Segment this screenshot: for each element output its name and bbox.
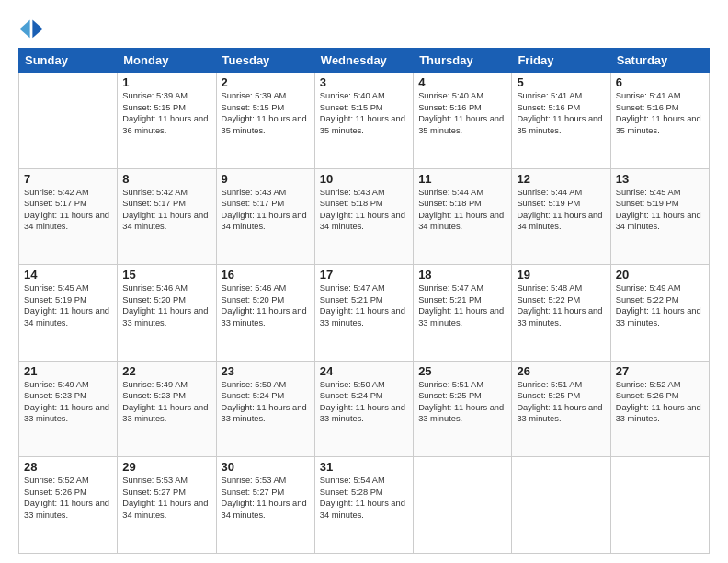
cell-info: Sunrise: 5:44 AMSunset: 5:19 PMDaylight:… xyxy=(517,187,605,233)
cell-info: Sunrise: 5:47 AMSunset: 5:21 PMDaylight:… xyxy=(320,282,408,328)
cell-info: Sunrise: 5:43 AMSunset: 5:17 PMDaylight:… xyxy=(222,187,310,233)
day-number: 24 xyxy=(320,364,408,378)
col-header-wednesday: Wednesday xyxy=(314,49,413,73)
day-number: 28 xyxy=(24,460,112,474)
calendar-cell: 5Sunrise: 5:41 AMSunset: 5:16 PMDaylight… xyxy=(512,73,610,169)
calendar-cell: 17Sunrise: 5:47 AMSunset: 5:21 PMDayligh… xyxy=(314,265,413,362)
cell-info: Sunrise: 5:53 AMSunset: 5:27 PMDaylight:… xyxy=(122,475,210,521)
week-row-5: 28Sunrise: 5:52 AMSunset: 5:26 PMDayligh… xyxy=(19,457,710,554)
day-number: 25 xyxy=(418,364,506,378)
day-number: 29 xyxy=(122,460,210,474)
cell-info: Sunrise: 5:40 AMSunset: 5:16 PMDaylight:… xyxy=(418,90,506,136)
calendar-cell: 15Sunrise: 5:46 AMSunset: 5:20 PMDayligh… xyxy=(118,265,216,362)
calendar-cell xyxy=(414,457,512,554)
calendar-header-row: SundayMondayTuesdayWednesdayThursdayFrid… xyxy=(19,49,710,73)
week-row-1: 1Sunrise: 5:39 AMSunset: 5:15 PMDaylight… xyxy=(19,73,710,169)
col-header-sunday: Sunday xyxy=(19,49,118,73)
day-number: 10 xyxy=(320,172,408,186)
week-row-2: 7Sunrise: 5:42 AMSunset: 5:17 PMDaylight… xyxy=(19,168,710,265)
calendar-cell: 10Sunrise: 5:43 AMSunset: 5:18 PMDayligh… xyxy=(314,168,413,265)
col-header-monday: Monday xyxy=(118,49,216,73)
day-number: 14 xyxy=(24,268,112,282)
general-blue-logo-icon xyxy=(18,15,44,40)
cell-info: Sunrise: 5:51 AMSunset: 5:25 PMDaylight:… xyxy=(517,379,605,425)
cell-info: Sunrise: 5:51 AMSunset: 5:25 PMDaylight:… xyxy=(418,379,506,425)
cell-info: Sunrise: 5:44 AMSunset: 5:18 PMDaylight:… xyxy=(418,187,506,233)
cell-info: Sunrise: 5:46 AMSunset: 5:20 PMDaylight:… xyxy=(222,282,310,328)
cell-info: Sunrise: 5:39 AMSunset: 5:15 PMDaylight:… xyxy=(122,90,210,136)
day-number: 20 xyxy=(616,268,704,282)
calendar-table: SundayMondayTuesdayWednesdayThursdayFrid… xyxy=(18,48,710,554)
calendar-cell: 1Sunrise: 5:39 AMSunset: 5:15 PMDaylight… xyxy=(118,73,216,169)
calendar-cell: 7Sunrise: 5:42 AMSunset: 5:17 PMDaylight… xyxy=(19,168,118,265)
calendar-cell: 2Sunrise: 5:39 AMSunset: 5:15 PMDaylight… xyxy=(216,73,314,169)
day-number: 18 xyxy=(418,268,506,282)
calendar-cell: 31Sunrise: 5:54 AMSunset: 5:28 PMDayligh… xyxy=(314,457,413,554)
cell-info: Sunrise: 5:42 AMSunset: 5:17 PMDaylight:… xyxy=(122,187,210,233)
cell-info: Sunrise: 5:48 AMSunset: 5:22 PMDaylight:… xyxy=(517,282,605,328)
calendar-cell xyxy=(19,73,118,169)
cell-info: Sunrise: 5:54 AMSunset: 5:28 PMDaylight:… xyxy=(320,475,408,521)
day-number: 9 xyxy=(222,172,310,186)
col-header-thursday: Thursday xyxy=(414,49,512,73)
day-number: 4 xyxy=(418,75,506,89)
calendar-cell: 4Sunrise: 5:40 AMSunset: 5:16 PMDaylight… xyxy=(414,73,512,169)
cell-info: Sunrise: 5:41 AMSunset: 5:16 PMDaylight:… xyxy=(616,90,704,136)
day-number: 15 xyxy=(122,268,210,282)
calendar-cell: 24Sunrise: 5:50 AMSunset: 5:24 PMDayligh… xyxy=(314,361,413,457)
day-number: 26 xyxy=(517,364,605,378)
day-number: 8 xyxy=(122,172,210,186)
day-number: 2 xyxy=(222,75,310,89)
calendar-cell: 13Sunrise: 5:45 AMSunset: 5:19 PMDayligh… xyxy=(610,168,709,265)
day-number: 31 xyxy=(320,460,408,474)
day-number: 13 xyxy=(616,172,704,186)
cell-info: Sunrise: 5:50 AMSunset: 5:24 PMDaylight:… xyxy=(222,379,310,425)
calendar-cell: 14Sunrise: 5:45 AMSunset: 5:19 PMDayligh… xyxy=(19,265,118,362)
week-row-3: 14Sunrise: 5:45 AMSunset: 5:19 PMDayligh… xyxy=(19,265,710,362)
cell-info: Sunrise: 5:46 AMSunset: 5:20 PMDaylight:… xyxy=(122,282,210,328)
calendar-cell: 20Sunrise: 5:49 AMSunset: 5:22 PMDayligh… xyxy=(610,265,709,362)
calendar-cell: 30Sunrise: 5:53 AMSunset: 5:27 PMDayligh… xyxy=(216,457,314,554)
day-number: 17 xyxy=(320,268,408,282)
calendar-cell: 23Sunrise: 5:50 AMSunset: 5:24 PMDayligh… xyxy=(216,361,314,457)
cell-info: Sunrise: 5:45 AMSunset: 5:19 PMDaylight:… xyxy=(616,187,704,233)
page: SundayMondayTuesdayWednesdayThursdayFrid… xyxy=(0,0,728,563)
calendar-cell: 25Sunrise: 5:51 AMSunset: 5:25 PMDayligh… xyxy=(414,361,512,457)
day-number: 19 xyxy=(517,268,605,282)
calendar-cell: 6Sunrise: 5:41 AMSunset: 5:16 PMDaylight… xyxy=(610,73,709,169)
cell-info: Sunrise: 5:49 AMSunset: 5:23 PMDaylight:… xyxy=(122,379,210,425)
cell-info: Sunrise: 5:52 AMSunset: 5:26 PMDaylight:… xyxy=(616,379,704,425)
calendar-cell: 29Sunrise: 5:53 AMSunset: 5:27 PMDayligh… xyxy=(118,457,216,554)
day-number: 30 xyxy=(222,460,310,474)
day-number: 5 xyxy=(517,75,605,89)
calendar-cell: 28Sunrise: 5:52 AMSunset: 5:26 PMDayligh… xyxy=(19,457,118,554)
col-header-saturday: Saturday xyxy=(610,49,709,73)
day-number: 1 xyxy=(122,75,210,89)
calendar-cell: 19Sunrise: 5:48 AMSunset: 5:22 PMDayligh… xyxy=(512,265,610,362)
col-header-friday: Friday xyxy=(512,49,610,73)
day-number: 21 xyxy=(24,364,112,378)
calendar-cell: 12Sunrise: 5:44 AMSunset: 5:19 PMDayligh… xyxy=(512,168,610,265)
cell-info: Sunrise: 5:49 AMSunset: 5:23 PMDaylight:… xyxy=(24,379,112,425)
calendar-cell: 3Sunrise: 5:40 AMSunset: 5:15 PMDaylight… xyxy=(314,73,413,169)
cell-info: Sunrise: 5:39 AMSunset: 5:15 PMDaylight:… xyxy=(222,90,310,136)
cell-info: Sunrise: 5:40 AMSunset: 5:15 PMDaylight:… xyxy=(320,90,408,136)
calendar-cell xyxy=(512,457,610,554)
logo xyxy=(18,15,48,40)
calendar-cell: 8Sunrise: 5:42 AMSunset: 5:17 PMDaylight… xyxy=(118,168,216,265)
calendar-cell: 26Sunrise: 5:51 AMSunset: 5:25 PMDayligh… xyxy=(512,361,610,457)
day-number: 22 xyxy=(122,364,210,378)
week-row-4: 21Sunrise: 5:49 AMSunset: 5:23 PMDayligh… xyxy=(19,361,710,457)
day-number: 23 xyxy=(222,364,310,378)
cell-info: Sunrise: 5:49 AMSunset: 5:22 PMDaylight:… xyxy=(616,282,704,328)
cell-info: Sunrise: 5:50 AMSunset: 5:24 PMDaylight:… xyxy=(320,379,408,425)
cell-info: Sunrise: 5:52 AMSunset: 5:26 PMDaylight:… xyxy=(24,475,112,521)
day-number: 11 xyxy=(418,172,506,186)
calendar-cell: 18Sunrise: 5:47 AMSunset: 5:21 PMDayligh… xyxy=(414,265,512,362)
calendar-cell: 27Sunrise: 5:52 AMSunset: 5:26 PMDayligh… xyxy=(610,361,709,457)
calendar-cell: 22Sunrise: 5:49 AMSunset: 5:23 PMDayligh… xyxy=(118,361,216,457)
col-header-tuesday: Tuesday xyxy=(216,49,314,73)
day-number: 12 xyxy=(517,172,605,186)
cell-info: Sunrise: 5:53 AMSunset: 5:27 PMDaylight:… xyxy=(222,475,310,521)
calendar-cell: 21Sunrise: 5:49 AMSunset: 5:23 PMDayligh… xyxy=(19,361,118,457)
